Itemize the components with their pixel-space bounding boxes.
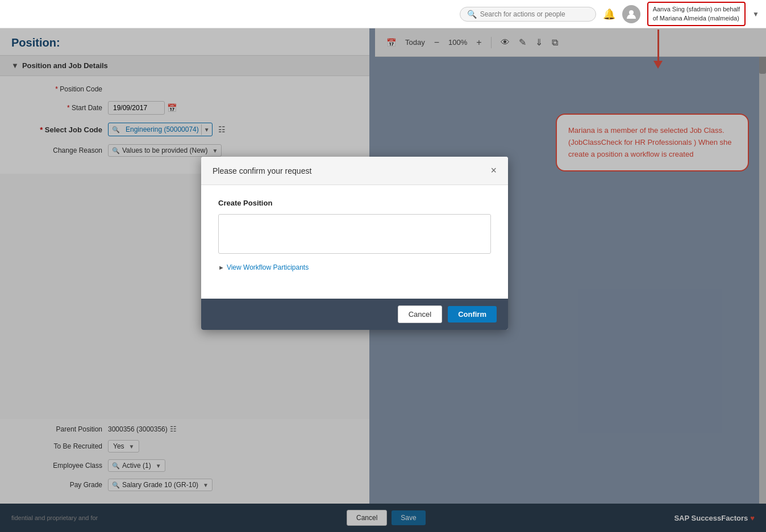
chevron-down-icon[interactable]: ▼ <box>752 10 759 18</box>
workflow-link-wrap[interactable]: ► View Workflow Participants <box>218 263 491 271</box>
close-icon[interactable]: × <box>490 165 497 177</box>
svg-point-0 <box>629 10 634 15</box>
cancel-dialog-button[interactable]: Cancel <box>398 305 442 323</box>
user-info-box: Aanva Sing (sfadmin) on behalf of Marian… <box>647 2 746 26</box>
confirm-dialog: Please confirm your request × Create Pos… <box>201 157 508 330</box>
search-icon: 🔍 <box>467 10 477 19</box>
dialog-header: Please confirm your request × <box>201 157 508 185</box>
workflow-arrow-icon: ► <box>218 264 224 271</box>
avatar <box>622 5 640 23</box>
dialog-section-title: Create Position <box>218 199 491 207</box>
confirm-button[interactable]: Confirm <box>448 306 497 322</box>
dialog-footer: Cancel Confirm <box>201 299 508 330</box>
workflow-link[interactable]: View Workflow Participants <box>227 263 309 271</box>
dialog-title: Please confirm your request <box>213 166 311 175</box>
notification-icon[interactable]: 🔔 <box>603 8 615 20</box>
dialog-overlay: Please confirm your request × Create Pos… <box>0 0 766 532</box>
search-bar[interactable]: 🔍 <box>460 7 596 22</box>
dialog-body: Create Position ► View Workflow Particip… <box>201 185 508 299</box>
dialog-textarea[interactable] <box>218 214 491 254</box>
search-input[interactable] <box>480 10 582 18</box>
